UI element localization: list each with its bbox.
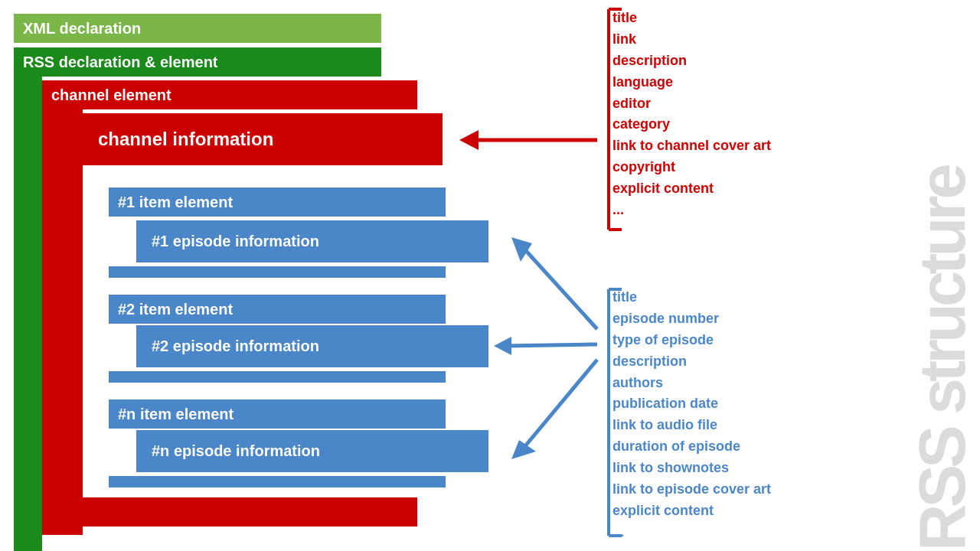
channel-field-editor: editor	[612, 93, 880, 115]
rss-structure-label: RSS structure	[905, 61, 980, 551]
episode-fields-list: title episode number type of episode des…	[612, 287, 880, 543]
main-container: XML declaration RSS declaration & elemen…	[0, 0, 980, 551]
episode-field-duration: duration of episode	[612, 436, 880, 458]
episode-field-cover-art: link to episode cover art	[612, 479, 880, 500]
channel-field-explicit: explicit content	[612, 178, 880, 200]
rss-label: RSS declaration & element	[23, 54, 218, 71]
channel-info-label: channel information	[98, 129, 273, 150]
channel-fields-list: title link description language editor c…	[612, 8, 880, 221]
channel-info-box: channel information	[83, 113, 443, 165]
svg-marker-4	[459, 130, 479, 150]
item2-bar: #2 item element	[109, 295, 446, 324]
episode1-box: #1 episode information	[136, 220, 488, 262]
item1-bottom	[109, 266, 446, 278]
channel-field-category: category	[612, 114, 880, 135]
channel-field-description: description	[612, 51, 880, 72]
channel-field-link: link	[612, 29, 880, 51]
itemN-bottom	[109, 476, 446, 487]
channel-field-title: title	[612, 8, 880, 29]
episode2-box: #2 episode information	[136, 325, 488, 367]
channel-field-copyright: copyright	[612, 157, 880, 178]
svg-line-8	[521, 245, 597, 329]
episode-field-audio: link to audio file	[612, 415, 880, 436]
item1-bar: #1 item element	[109, 187, 446, 217]
svg-line-10	[505, 344, 597, 346]
episode-field-number: episode number	[612, 308, 880, 330]
xml-label: XML declaration	[23, 20, 141, 37]
episode-field-description: description	[612, 351, 880, 373]
episode-field-pubdate: publication date	[612, 393, 880, 415]
channel-field-cover-art: link to channel cover art	[612, 135, 880, 157]
channel-field-more: ...	[612, 200, 880, 221]
red-bottom-bar	[42, 497, 417, 527]
red-left-bar	[42, 80, 83, 535]
episode-field-authors: authors	[612, 373, 880, 394]
svg-marker-11	[494, 337, 511, 355]
rss-bar: RSS declaration & element	[14, 47, 381, 77]
xml-bar: XML declaration	[14, 14, 381, 43]
itemN-bar: #n item element	[109, 399, 446, 429]
itemN-label: #n item element	[118, 406, 234, 423]
item2-label: #2 item element	[118, 301, 233, 318]
episodeN-box: #n episode information	[136, 430, 488, 472]
episode-field-shownotes: link to shownotes	[612, 458, 880, 479]
svg-line-12	[521, 360, 597, 452]
channel-label: channel element	[51, 86, 172, 104]
green-left-bar	[14, 47, 42, 551]
episode-field-more: ...	[612, 522, 880, 543]
svg-marker-9	[511, 237, 532, 262]
episode-field-type: type of episode	[612, 330, 880, 351]
episode2-label: #2 episode information	[152, 337, 319, 355]
svg-marker-13	[511, 440, 536, 459]
channel-bar: channel element	[42, 80, 417, 109]
episode-field-title: title	[612, 287, 880, 308]
episodeN-label: #n episode information	[152, 442, 320, 460]
channel-field-language: language	[612, 72, 880, 93]
episode-field-explicit: explicit content	[612, 500, 880, 522]
episode1-label: #1 episode information	[152, 233, 319, 250]
item1-label: #1 item element	[118, 194, 233, 211]
item2-bottom	[109, 371, 446, 383]
